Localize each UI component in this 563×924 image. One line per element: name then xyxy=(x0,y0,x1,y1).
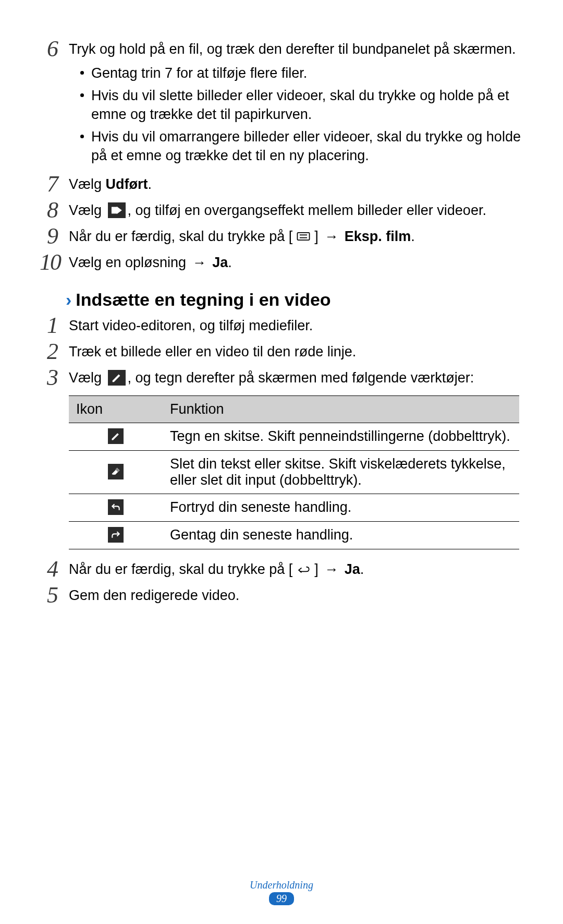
step-text: Start video-editoren, og tilføj mediefil… xyxy=(69,318,313,333)
table-text-cell: Fortryd din seneste handling. xyxy=(163,494,519,521)
step-text-pre: Vælg xyxy=(69,202,106,218)
bullet-dot-icon xyxy=(80,135,84,138)
step-body: Når du er færdig, skal du trykke på [] →… xyxy=(65,557,522,579)
step-text-post: , og tegn derefter på skærmen med følgen… xyxy=(128,370,474,386)
step-6: 6 Tryk og hold på en fil, og træk den de… xyxy=(41,37,522,169)
step-text-pre: Når du er færdig, skal du trykke på [ xyxy=(69,229,292,244)
step-body: Vælg en opløsning → Ja. xyxy=(65,250,522,272)
step-text-pre: Vælg xyxy=(69,176,106,192)
step-1: 1 Start video-editoren, og tilføj medief… xyxy=(41,313,522,337)
table-icon-cell xyxy=(69,423,163,450)
table-row: Slet din tekst eller skitse. Skift viske… xyxy=(69,450,519,494)
step-text-bold: Udført xyxy=(106,176,148,192)
step-text-post: , og tilføj en overgangseffekt mellem bi… xyxy=(128,202,486,218)
pencil-icon xyxy=(108,428,124,444)
chevron-right-icon: › xyxy=(66,290,71,310)
transition-icon xyxy=(108,202,126,218)
tool-table-wrap: Ikon Funktion Tegn en skitse. Skift penn… xyxy=(41,395,522,549)
step-number: 6 xyxy=(41,37,65,61)
arrow-icon: → xyxy=(192,255,206,270)
table-text-cell: Slet din tekst eller skitse. Skift viske… xyxy=(163,450,519,494)
step-number: 3 xyxy=(41,365,65,389)
step-text: Tryk og hold på en fil, og træk den dere… xyxy=(69,41,516,57)
step-8: 8 Vælg , og tilføj en overgangseffekt me… xyxy=(41,198,522,222)
step-5: 5 Gem den redigerede video. xyxy=(41,583,522,607)
step-body: Gem den redigerede video. xyxy=(65,583,522,605)
arrow-icon: → xyxy=(324,229,338,244)
step-text-pre: Vælg en opløsning xyxy=(69,255,190,270)
step-text-mid: ] xyxy=(314,561,322,577)
table-row: Gentag din seneste handling. xyxy=(69,521,519,549)
table-icon-cell xyxy=(69,450,163,494)
step-text: Træk et billede eller en video til den r… xyxy=(69,344,356,359)
svg-rect-1 xyxy=(298,232,310,239)
footer-section-label: Underholdning xyxy=(0,879,563,891)
table-icon-cell xyxy=(69,521,163,549)
arrow-icon: → xyxy=(324,561,338,577)
table-text-cell: Gentag din seneste handling. xyxy=(163,521,519,549)
step-list-b: 1 Start video-editoren, og tilføj medief… xyxy=(41,313,522,389)
step-3: 3 Vælg , og tegn derefter på skærmen med… xyxy=(41,365,522,389)
step-9: 9 Når du er færdig, skal du trykke på []… xyxy=(41,224,522,248)
step-body: Træk et billede eller en video til den r… xyxy=(65,339,522,361)
step-body: Vælg , og tilføj en overgangseffekt mell… xyxy=(65,198,522,220)
step-number: 7 xyxy=(41,172,65,196)
step-4: 4 Når du er færdig, skal du trykke på []… xyxy=(41,557,522,581)
step-text-bold: Ja xyxy=(209,255,228,270)
svg-rect-0 xyxy=(112,207,116,213)
table-icon-cell xyxy=(69,494,163,521)
step-list-a: 6 Tryk og hold på en fil, og træk den de… xyxy=(41,37,522,274)
step-body: Tryk og hold på en fil, og træk den dere… xyxy=(65,37,522,169)
step-number: 4 xyxy=(41,557,65,581)
bullet-item: Hvis du vil slette billeder eller videoe… xyxy=(69,86,522,124)
step-text-post: . xyxy=(360,561,364,577)
step-text-pre: Vælg xyxy=(69,370,106,386)
step-list-c: 4 Når du er færdig, skal du trykke på []… xyxy=(41,557,522,607)
step-body: Når du er færdig, skal du trykke på [] →… xyxy=(65,224,522,246)
table-header-row: Ikon Funktion xyxy=(69,395,519,423)
redo-icon xyxy=(108,527,124,543)
step-number: 1 xyxy=(41,313,65,337)
step-body: Vælg , og tegn derefter på skærmen med f… xyxy=(65,365,522,387)
bullet-text: Hvis du vil slette billeder eller videoe… xyxy=(91,86,522,124)
section-heading: › Indsætte en tegning i en video xyxy=(41,290,522,310)
step-text: Gem den redigerede video. xyxy=(69,587,239,603)
step-text-bold: Eksp. film xyxy=(340,229,411,244)
menu-icon xyxy=(295,229,312,244)
undo-icon xyxy=(108,499,124,515)
step-number: 9 xyxy=(41,224,65,248)
bullet-list: Gentag trin 7 for at tilføje flere filer… xyxy=(69,64,522,165)
pencil-icon xyxy=(108,370,126,386)
bullet-item: Gentag trin 7 for at tilføje flere filer… xyxy=(69,64,522,82)
page-footer: Underholdning 99 xyxy=(0,879,563,905)
step-text-post: . xyxy=(411,229,415,244)
step-10: 10 Vælg en opløsning → Ja. xyxy=(41,250,522,274)
step-body: Start video-editoren, og tilføj mediefil… xyxy=(65,313,522,335)
table-text-cell: Tegn en skitse. Skift penneindstillinger… xyxy=(163,423,519,450)
step-text-mid: ] xyxy=(314,229,322,244)
bullet-text: Hvis du vil omarrangere billeder eller v… xyxy=(91,127,522,165)
table-header-function: Funktion xyxy=(163,395,519,423)
back-icon xyxy=(295,561,312,577)
bullet-dot-icon xyxy=(80,93,84,97)
step-text-pre: Når du er færdig, skal du trykke på [ xyxy=(69,561,292,577)
step-number: 2 xyxy=(41,339,65,363)
step-number: 8 xyxy=(41,198,65,222)
step-number: 10 xyxy=(35,250,65,274)
step-text-post: . xyxy=(148,176,152,192)
footer-page-number: 99 xyxy=(269,892,294,905)
bullet-dot-icon xyxy=(80,71,84,75)
step-body: Vælg Udført. xyxy=(65,172,522,194)
step-7: 7 Vælg Udført. xyxy=(41,172,522,196)
bullet-item: Hvis du vil omarrangere billeder eller v… xyxy=(69,127,522,165)
table-row: Fortryd din seneste handling. xyxy=(69,494,519,521)
step-text-post: . xyxy=(228,255,232,270)
section-title-text: Indsætte en tegning i en video xyxy=(76,290,331,310)
document-page: 6 Tryk og hold på en fil, og træk den de… xyxy=(0,0,563,924)
table-row: Tegn en skitse. Skift penneindstillinger… xyxy=(69,423,519,450)
table-header-icon: Ikon xyxy=(69,395,163,423)
step-text-bold: Ja xyxy=(340,561,360,577)
step-2: 2 Træk et billede eller en video til den… xyxy=(41,339,522,363)
step-number: 5 xyxy=(41,583,65,607)
eraser-icon xyxy=(108,464,124,479)
